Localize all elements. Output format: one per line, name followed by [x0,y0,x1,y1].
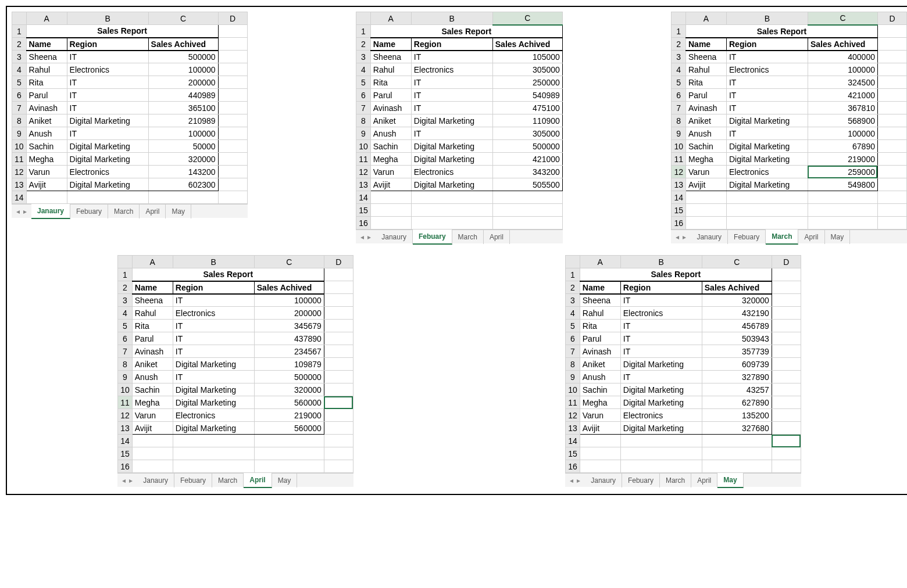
tab-prev-icon[interactable]: ◂ [676,233,679,241]
select-all-corner[interactable] [356,12,371,25]
sheet-tab-april[interactable]: April [484,230,510,244]
row-header-12[interactable]: 12 [12,166,27,178]
cell-D5[interactable] [324,320,353,332]
row-header-10[interactable]: 10 [118,383,133,396]
row-header-6[interactable]: 6 [12,89,27,102]
cell-sales[interactable]: 100000 [808,127,877,140]
row-header-15[interactable]: 15 [356,204,371,217]
cell-D7[interactable] [218,102,247,114]
col-header-C[interactable]: C [148,12,218,25]
row-header-1[interactable]: 1 [672,25,686,38]
cell-sales[interactable]: 500000 [148,51,218,63]
cell-region[interactable]: Digital Marketing [67,140,148,153]
sheet-tab-janaury[interactable]: Janaury [137,474,174,487]
empty-cell[interactable] [254,460,324,473]
row-header-2[interactable]: 2 [12,38,27,51]
col-header-A[interactable]: A [370,12,411,25]
cell-region[interactable]: IT [173,371,254,383]
empty-cell[interactable] [324,447,353,460]
col-header-D[interactable]: D [218,12,247,25]
cell-name[interactable]: Avijit [26,178,67,191]
cell-name[interactable]: Rahul [370,63,411,76]
cell-region[interactable]: IT [67,127,148,140]
cell-region[interactable]: IT [411,102,492,114]
sheet-tab-may[interactable]: May [717,473,743,488]
cell-D10[interactable] [772,383,801,396]
row-header-11[interactable]: 11 [672,153,686,166]
cell-name[interactable]: Megha [132,396,173,409]
cell-region[interactable]: Digital Marketing [726,114,808,127]
empty-cell[interactable] [324,435,353,447]
col-header-D[interactable]: D [877,12,906,25]
cell-D1[interactable] [218,25,247,38]
row-header-15[interactable]: 15 [566,447,580,460]
empty-cell[interactable] [808,217,877,230]
cell-D2[interactable] [772,281,801,294]
row-header-6[interactable]: 6 [566,332,580,345]
cell-D12[interactable] [772,409,801,422]
cell-region[interactable]: IT [726,127,808,140]
sheet-tab-april[interactable]: April [140,205,166,218]
row-header-10[interactable]: 10 [12,140,27,153]
cell-sales[interactable]: 357739 [702,345,772,358]
cell-D6[interactable] [218,89,247,102]
cell-region[interactable]: Digital Marketing [620,396,702,409]
empty-cell[interactable] [67,191,148,204]
row-header-13[interactable]: 13 [566,422,580,435]
empty-cell[interactable] [173,460,254,473]
empty-cell[interactable] [772,435,801,447]
cell-D7[interactable] [877,102,906,114]
row-header-3[interactable]: 3 [672,51,686,63]
cell-region[interactable]: IT [620,371,702,383]
cell-D10[interactable] [218,140,247,153]
empty-cell[interactable] [726,191,808,204]
cell-region[interactable]: Digital Marketing [411,140,492,153]
cell-name[interactable]: Aniket [132,358,173,371]
cell-region[interactable]: IT [620,294,702,307]
cell-sales[interactable]: 210989 [148,114,218,127]
cell-sales[interactable]: 305000 [492,63,562,76]
empty-cell[interactable] [370,217,411,230]
cell-region[interactable]: Digital Marketing [173,396,254,409]
row-header-3[interactable]: 3 [566,294,580,307]
cell-sales[interactable]: 400000 [808,51,877,63]
cell-sales[interactable]: 505500 [492,178,562,191]
cell-region[interactable]: Digital Marketing [173,422,254,435]
cell-region[interactable]: Digital Marketing [411,178,492,191]
empty-cell[interactable] [772,447,801,460]
cell-region[interactable]: IT [620,320,702,332]
row-header-5[interactable]: 5 [118,320,133,332]
row-header-5[interactable]: 5 [566,320,580,332]
row-header-7[interactable]: 7 [566,345,580,358]
row-header-8[interactable]: 8 [566,358,580,371]
cell-name[interactable]: Avinash [685,102,726,114]
col-header-B[interactable]: B [67,12,148,25]
cell-region[interactable]: Digital Marketing [620,383,702,396]
empty-cell[interactable] [877,191,906,204]
cell-sales[interactable]: 560000 [254,422,324,435]
cell-region[interactable]: IT [620,332,702,345]
row-header-2[interactable]: 2 [118,281,133,294]
cell-region[interactable]: Electronics [173,409,254,422]
select-all-corner[interactable] [566,256,580,268]
row-header-9[interactable]: 9 [672,127,686,140]
empty-cell[interactable] [411,191,492,204]
cell-name[interactable]: Rita [580,320,620,332]
cell-sales[interactable]: 219000 [808,153,877,166]
cell-name[interactable]: Sachin [685,140,726,153]
tab-next-icon[interactable]: ▸ [577,476,580,485]
cell-region[interactable]: IT [726,51,808,63]
cell-D4[interactable] [324,307,353,320]
tab-prev-icon[interactable]: ◂ [570,476,573,485]
spreadsheet-grid[interactable]: ABCD1Sales Report2NameRegionSales Achive… [12,12,248,204]
row-header-2[interactable]: 2 [566,281,580,294]
cell-region[interactable]: Digital Marketing [726,178,808,191]
cell-region[interactable]: Digital Marketing [411,153,492,166]
cell-sales[interactable]: 250000 [492,76,562,89]
cell-name[interactable]: Rita [685,76,726,89]
empty-cell[interactable] [492,204,562,217]
empty-cell[interactable] [411,204,492,217]
cell-D11[interactable] [218,153,247,166]
cell-sales[interactable]: 100000 [254,294,324,307]
col-header-B[interactable]: B [173,256,254,268]
